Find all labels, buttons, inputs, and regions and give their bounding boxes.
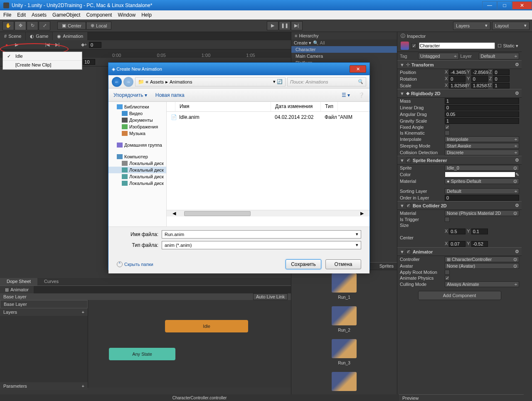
newfolder-button[interactable]: Новая папка bbox=[155, 92, 185, 98]
sprite-field[interactable]: Idle_0⊙ bbox=[445, 165, 519, 171]
pivot-local-button[interactable]: ⊕ Local bbox=[86, 22, 111, 30]
gear-icon[interactable]: ⚙ bbox=[515, 157, 519, 163]
order-input[interactable] bbox=[445, 195, 519, 201]
tree-node-disk[interactable]: Локальный диск bbox=[108, 180, 166, 187]
eyedropper-icon[interactable]: ✎ bbox=[515, 172, 519, 177]
sprite-enabled-checkbox[interactable]: ✓ bbox=[406, 158, 411, 163]
animator-tab[interactable]: ⊞ Animator bbox=[0, 286, 34, 293]
maximize-button[interactable]: □ bbox=[497, 1, 512, 10]
anim-addkey-button[interactable]: ◆+ bbox=[79, 42, 89, 48]
scene-tab[interactable]: # Scene bbox=[0, 32, 25, 40]
dropdown-item-idle[interactable]: Idle bbox=[3, 52, 82, 61]
view-icon[interactable]: ☰ ▾ bbox=[342, 92, 350, 98]
organize-button[interactable]: Упорядочить ▾ bbox=[113, 92, 147, 98]
pause-button[interactable]: ❚❚ bbox=[279, 21, 291, 30]
menu-edit[interactable]: Edit bbox=[17, 12, 26, 18]
menu-window[interactable]: Window bbox=[118, 12, 135, 18]
menu-component[interactable]: Component bbox=[86, 12, 112, 18]
tree-node-computer[interactable]: Компьютер bbox=[108, 153, 166, 160]
animator-component-header[interactable]: ▼✓Animator⚙ bbox=[397, 247, 522, 256]
animator-enabled-checkbox[interactable]: ✓ bbox=[406, 249, 411, 254]
sprite-item[interactable] bbox=[291, 369, 397, 394]
gravity-input[interactable] bbox=[445, 118, 519, 124]
angulardrag-input[interactable] bbox=[445, 111, 519, 117]
preview-bar[interactable]: Preview bbox=[399, 394, 524, 401]
hierarchy-search[interactable]: 🔍 All bbox=[313, 40, 394, 46]
box-material-field[interactable]: None (Physics Material 2D⊙ bbox=[445, 210, 519, 216]
cullingmode-dropdown[interactable]: Always Animate÷ bbox=[445, 281, 519, 287]
file-row[interactable]: 📄 Idle.anim 04.02.2014 22:02 Файл "ANIM bbox=[167, 112, 369, 123]
scale-tool-button[interactable]: ⤢ bbox=[39, 21, 50, 30]
mass-input[interactable] bbox=[445, 98, 519, 104]
tree-node-libraries[interactable]: Библиотеки bbox=[108, 103, 166, 110]
menu-file[interactable]: File bbox=[3, 12, 11, 18]
menu-help[interactable]: Help bbox=[141, 12, 152, 18]
kinematic-checkbox[interactable] bbox=[445, 130, 450, 135]
state-node-idle[interactable]: Idle bbox=[165, 320, 248, 332]
tree-node-disk[interactable]: Локальный диск bbox=[108, 160, 166, 167]
filename-input[interactable]: Run.anim▾ bbox=[162, 230, 361, 239]
animation-tab[interactable]: ◉ Animation bbox=[53, 32, 87, 40]
interpolate-dropdown[interactable]: Interpolate÷ bbox=[445, 136, 519, 142]
close-button[interactable]: ✕ bbox=[512, 1, 532, 10]
anim-play-button[interactable]: ▶ bbox=[12, 42, 22, 48]
dialog-close-button[interactable]: ✕ bbox=[350, 65, 366, 73]
tree-node-video[interactable]: Видео bbox=[108, 110, 166, 117]
anim-prev-button[interactable]: |◀ bbox=[42, 42, 52, 48]
istrigger-checkbox[interactable] bbox=[445, 217, 450, 222]
collision-dropdown[interactable]: Discrete÷ bbox=[445, 150, 519, 155]
move-tool-button[interactable]: ✥ bbox=[15, 21, 26, 30]
col-type[interactable]: Тип bbox=[321, 102, 338, 111]
save-button[interactable]: Сохранить bbox=[286, 259, 321, 269]
sortinglayer-dropdown[interactable]: Default÷ bbox=[445, 188, 519, 194]
anim-record-button[interactable]: ● bbox=[2, 42, 12, 48]
layers-dropdown[interactable]: Layers▾ bbox=[453, 22, 490, 30]
static-checkbox[interactable]: ☐ Static ▾ bbox=[498, 43, 518, 49]
parameters-header[interactable]: Parameters+ bbox=[0, 382, 88, 390]
sprite-item[interactable]: Run_3 bbox=[291, 336, 397, 369]
curves-tab[interactable]: Curves bbox=[37, 278, 65, 285]
rootmotion-checkbox[interactable] bbox=[445, 270, 450, 275]
hierarchy-create-dropdown[interactable]: Create ▾ bbox=[294, 40, 311, 46]
tree-node-images[interactable]: Изображения bbox=[108, 123, 166, 130]
tree-node-documents[interactable]: Документы bbox=[108, 117, 166, 123]
sprite-item[interactable]: Run_1 bbox=[291, 270, 397, 303]
hide-folders-button[interactable]: ˄ Скрыть папки bbox=[117, 261, 153, 267]
sleepmode-dropdown[interactable]: Start Awake÷ bbox=[445, 143, 519, 149]
color-field[interactable] bbox=[445, 172, 515, 177]
tag-dropdown[interactable]: Untagged÷ bbox=[418, 53, 459, 59]
material-field[interactable]: ● Sprites-Default⊙ bbox=[445, 178, 519, 184]
game-tab[interactable]: ◐ Game bbox=[26, 32, 52, 40]
gameobject-name-input[interactable] bbox=[419, 42, 495, 49]
hierarchy-item[interactable]: Main Camera bbox=[291, 53, 397, 59]
dropdown-item-create-clip[interactable]: [Create New Clip] bbox=[3, 61, 82, 69]
col-date[interactable]: Дата изменения bbox=[271, 102, 321, 111]
tree-node-disk[interactable]: Локальный диск bbox=[108, 167, 166, 173]
horizontal-scrollbar[interactable]: ◀▶ bbox=[167, 210, 369, 216]
tree-node-disk[interactable]: Локальный диск bbox=[108, 173, 166, 180]
animator-graph[interactable]: Idle Any State bbox=[88, 300, 291, 388]
transform-component-header[interactable]: ▼⊹Transform⚙ bbox=[397, 60, 522, 69]
nav-forward-button[interactable]: → bbox=[123, 77, 133, 87]
nav-back-button[interactable]: ← bbox=[112, 77, 122, 87]
base-layer-row[interactable]: Base Layer bbox=[0, 300, 88, 308]
step-button[interactable]: ▶| bbox=[291, 21, 303, 30]
layout-dropdown[interactable]: Layout▾ bbox=[492, 22, 530, 30]
tree-node-music[interactable]: Музыка bbox=[108, 130, 166, 137]
dopesheet-tab[interactable]: Dope Sheet bbox=[0, 278, 37, 285]
boxcollider-header[interactable]: ▼✓Box Collider 2D⚙ bbox=[397, 201, 522, 210]
menu-assets[interactable]: Assets bbox=[32, 12, 47, 18]
pivot-center-button[interactable]: ▣ Center bbox=[57, 22, 86, 30]
state-node-anystate[interactable]: Any State bbox=[109, 348, 175, 360]
hierarchy-item[interactable]: Character bbox=[291, 46, 397, 53]
gear-icon[interactable]: ⚙ bbox=[515, 249, 519, 254]
rotate-tool-button[interactable]: ↻ bbox=[27, 21, 38, 30]
anim-next-button[interactable]: ▶| bbox=[52, 42, 62, 48]
menu-gameobject[interactable]: GameObject bbox=[52, 12, 80, 18]
play-button[interactable]: ▶ bbox=[267, 21, 278, 30]
col-name[interactable]: Имя bbox=[175, 102, 271, 111]
fixedangle-checkbox[interactable]: ✓ bbox=[445, 125, 450, 130]
filetype-dropdown[interactable]: anim (*.anim)▾ bbox=[162, 241, 361, 249]
sprite-item[interactable]: Run_2 bbox=[291, 303, 397, 336]
add-component-button[interactable]: Add Component bbox=[418, 291, 501, 300]
